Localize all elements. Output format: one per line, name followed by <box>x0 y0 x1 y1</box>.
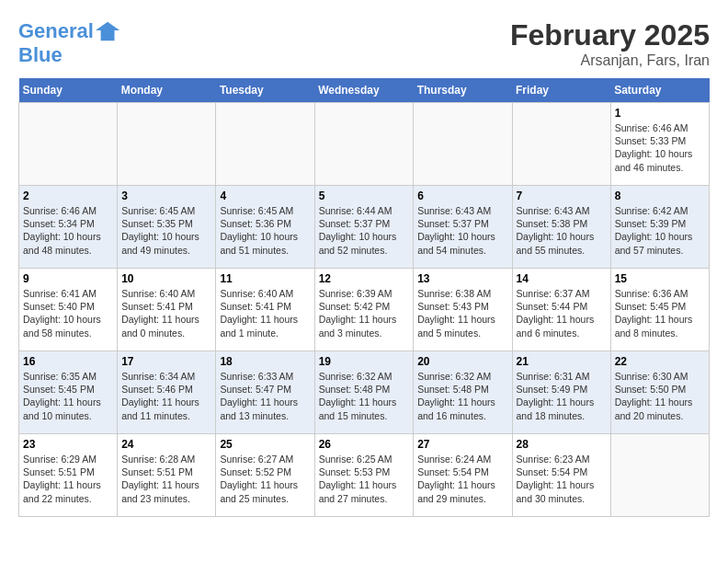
day-number: 13 <box>417 272 507 285</box>
logo-blue: Blue <box>18 44 121 66</box>
week-row-3: 9Sunrise: 6:41 AM Sunset: 5:40 PM Daylig… <box>19 269 710 351</box>
day-info: Sunrise: 6:35 AM Sunset: 5:45 PM Dayligh… <box>23 370 113 422</box>
week-row-1: 1Sunrise: 6:46 AM Sunset: 5:33 PM Daylig… <box>19 103 710 186</box>
day-number: 15 <box>615 272 705 285</box>
day-number: 20 <box>417 355 507 368</box>
day-cell: 28Sunrise: 6:23 AM Sunset: 5:54 PM Dayli… <box>512 434 610 517</box>
day-info: Sunrise: 6:29 AM Sunset: 5:51 PM Dayligh… <box>23 453 113 505</box>
day-cell: 9Sunrise: 6:41 AM Sunset: 5:40 PM Daylig… <box>19 269 118 351</box>
day-number: 25 <box>220 438 310 451</box>
day-info: Sunrise: 6:46 AM Sunset: 5:33 PM Dayligh… <box>615 121 705 174</box>
day-number: 5 <box>319 190 410 202</box>
logo-text: General <box>18 20 94 42</box>
day-number: 24 <box>121 438 211 451</box>
day-info: Sunrise: 6:37 AM Sunset: 5:44 PM Dayligh… <box>517 287 607 339</box>
day-cell: 11Sunrise: 6:40 AM Sunset: 5:41 PM Dayli… <box>216 269 314 351</box>
day-number: 2 <box>23 190 113 202</box>
day-info: Sunrise: 6:33 AM Sunset: 5:47 PM Dayligh… <box>220 370 310 422</box>
day-cell: 25Sunrise: 6:27 AM Sunset: 5:52 PM Dayli… <box>216 434 314 517</box>
day-cell: 2Sunrise: 6:46 AM Sunset: 5:34 PM Daylig… <box>19 186 118 269</box>
day-cell: 19Sunrise: 6:32 AM Sunset: 5:48 PM Dayli… <box>314 351 414 434</box>
day-cell: 14Sunrise: 6:37 AM Sunset: 5:44 PM Dayli… <box>512 269 610 351</box>
day-info: Sunrise: 6:31 AM Sunset: 5:49 PM Dayligh… <box>517 370 607 422</box>
day-cell <box>19 103 118 186</box>
day-number: 8 <box>615 190 705 202</box>
weekday-header-saturday: Saturday <box>610 78 709 103</box>
day-number: 3 <box>121 190 211 202</box>
day-cell: 15Sunrise: 6:36 AM Sunset: 5:45 PM Dayli… <box>610 269 709 351</box>
day-cell <box>216 103 314 186</box>
day-number: 23 <box>23 438 113 451</box>
page-header: General Blue February 2025 Arsanjan, Far… <box>18 18 710 69</box>
day-info: Sunrise: 6:24 AM Sunset: 5:54 PM Dayligh… <box>417 453 507 505</box>
day-cell: 26Sunrise: 6:25 AM Sunset: 5:53 PM Dayli… <box>314 434 414 517</box>
day-number: 21 <box>517 355 607 368</box>
day-cell <box>512 103 610 186</box>
day-cell <box>314 103 414 186</box>
day-number: 1 <box>615 107 705 120</box>
day-cell <box>118 103 216 186</box>
day-number: 12 <box>319 272 410 285</box>
title-block: February 2025 Arsanjan, Fars, Iran <box>510 18 710 69</box>
day-cell: 4Sunrise: 6:45 AM Sunset: 5:36 PM Daylig… <box>216 186 314 269</box>
svg-marker-0 <box>96 22 119 41</box>
day-info: Sunrise: 6:38 AM Sunset: 5:43 PM Dayligh… <box>417 287 507 339</box>
weekday-header-row: SundayMondayTuesdayWednesdayThursdayFrid… <box>19 78 710 103</box>
day-cell: 20Sunrise: 6:32 AM Sunset: 5:48 PM Dayli… <box>414 351 512 434</box>
day-cell: 7Sunrise: 6:43 AM Sunset: 5:38 PM Daylig… <box>512 186 610 269</box>
day-number: 28 <box>517 438 607 451</box>
day-cell: 3Sunrise: 6:45 AM Sunset: 5:35 PM Daylig… <box>118 186 216 269</box>
day-number: 9 <box>23 272 113 285</box>
day-info: Sunrise: 6:45 AM Sunset: 5:35 PM Dayligh… <box>121 204 211 257</box>
logo-icon <box>96 18 121 44</box>
day-cell: 22Sunrise: 6:30 AM Sunset: 5:50 PM Dayli… <box>610 351 709 434</box>
day-info: Sunrise: 6:45 AM Sunset: 5:36 PM Dayligh… <box>220 204 310 257</box>
day-number: 11 <box>220 272 310 285</box>
weekday-header-thursday: Thursday <box>414 78 512 103</box>
day-number: 18 <box>220 355 310 368</box>
day-cell: 5Sunrise: 6:44 AM Sunset: 5:37 PM Daylig… <box>314 186 414 269</box>
day-info: Sunrise: 6:34 AM Sunset: 5:46 PM Dayligh… <box>121 370 211 422</box>
day-cell: 1Sunrise: 6:46 AM Sunset: 5:33 PM Daylig… <box>610 103 709 186</box>
day-number: 14 <box>517 272 607 285</box>
week-row-5: 23Sunrise: 6:29 AM Sunset: 5:51 PM Dayli… <box>19 434 710 517</box>
day-cell <box>610 434 709 517</box>
day-cell: 8Sunrise: 6:42 AM Sunset: 5:39 PM Daylig… <box>610 186 709 269</box>
day-cell <box>414 103 512 186</box>
day-info: Sunrise: 6:32 AM Sunset: 5:48 PM Dayligh… <box>417 370 507 422</box>
day-number: 19 <box>319 355 410 368</box>
day-info: Sunrise: 6:40 AM Sunset: 5:41 PM Dayligh… <box>121 287 211 339</box>
day-info: Sunrise: 6:28 AM Sunset: 5:51 PM Dayligh… <box>121 453 211 505</box>
calendar-table: SundayMondayTuesdayWednesdayThursdayFrid… <box>18 78 710 517</box>
day-info: Sunrise: 6:32 AM Sunset: 5:48 PM Dayligh… <box>319 370 410 422</box>
day-info: Sunrise: 6:27 AM Sunset: 5:52 PM Dayligh… <box>220 453 310 505</box>
day-info: Sunrise: 6:30 AM Sunset: 5:50 PM Dayligh… <box>615 370 705 422</box>
day-number: 27 <box>417 438 507 451</box>
day-info: Sunrise: 6:42 AM Sunset: 5:39 PM Dayligh… <box>615 204 705 257</box>
weekday-header-wednesday: Wednesday <box>314 78 414 103</box>
day-info: Sunrise: 6:23 AM Sunset: 5:54 PM Dayligh… <box>517 453 607 505</box>
day-number: 22 <box>615 355 705 368</box>
day-number: 7 <box>517 190 607 202</box>
day-cell: 23Sunrise: 6:29 AM Sunset: 5:51 PM Dayli… <box>19 434 118 517</box>
day-number: 4 <box>220 190 310 202</box>
day-cell: 18Sunrise: 6:33 AM Sunset: 5:47 PM Dayli… <box>216 351 314 434</box>
week-row-4: 16Sunrise: 6:35 AM Sunset: 5:45 PM Dayli… <box>19 351 710 434</box>
weekday-header-sunday: Sunday <box>19 78 118 103</box>
day-info: Sunrise: 6:46 AM Sunset: 5:34 PM Dayligh… <box>23 204 113 257</box>
day-cell: 16Sunrise: 6:35 AM Sunset: 5:45 PM Dayli… <box>19 351 118 434</box>
day-info: Sunrise: 6:39 AM Sunset: 5:42 PM Dayligh… <box>319 287 410 339</box>
weekday-header-tuesday: Tuesday <box>216 78 314 103</box>
day-cell: 17Sunrise: 6:34 AM Sunset: 5:46 PM Dayli… <box>118 351 216 434</box>
day-cell: 24Sunrise: 6:28 AM Sunset: 5:51 PM Dayli… <box>118 434 216 517</box>
page-title: February 2025 <box>510 18 710 52</box>
day-info: Sunrise: 6:43 AM Sunset: 5:37 PM Dayligh… <box>417 204 507 257</box>
day-number: 10 <box>121 272 211 285</box>
day-info: Sunrise: 6:41 AM Sunset: 5:40 PM Dayligh… <box>23 287 113 339</box>
day-cell: 6Sunrise: 6:43 AM Sunset: 5:37 PM Daylig… <box>414 186 512 269</box>
week-row-2: 2Sunrise: 6:46 AM Sunset: 5:34 PM Daylig… <box>19 186 710 269</box>
day-info: Sunrise: 6:43 AM Sunset: 5:38 PM Dayligh… <box>517 204 607 257</box>
page-subtitle: Arsanjan, Fars, Iran <box>510 52 710 69</box>
weekday-header-monday: Monday <box>118 78 216 103</box>
day-number: 26 <box>319 438 410 451</box>
